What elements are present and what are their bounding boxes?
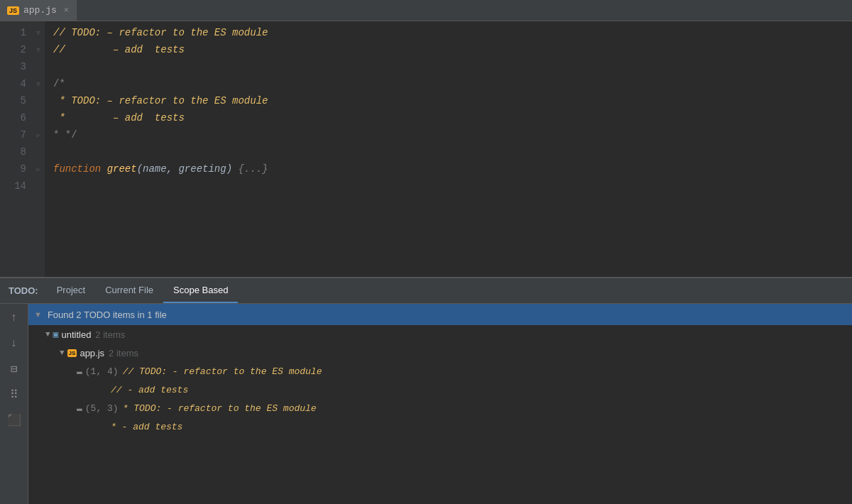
- folder-arrow: ▼: [45, 330, 50, 339]
- fold-marker-3: [34, 58, 43, 75]
- todo-item-2-line1[interactable]: ▬ (5, 3) * TODO: - refactor to the ES mo…: [28, 399, 852, 417]
- fold-marker-14: [34, 177, 43, 195]
- file-arrow: ▼: [60, 349, 65, 357]
- code-line-7: * */: [53, 126, 852, 143]
- todo-panel: TODO: Project Current File Scope Based ↑…: [0, 277, 852, 504]
- tab-filename: app.js: [23, 5, 57, 16]
- fold-gutter: [32, 21, 45, 277]
- panel-icon[interactable]: ⬛: [6, 412, 23, 429]
- found-arrow: ▼: [34, 310, 42, 319]
- fold-marker-5: [34, 92, 43, 109]
- file-js-icon: JS: [67, 349, 77, 357]
- todo-item-2-text: * TODO: - refactor to the ES module: [123, 403, 317, 414]
- fold-marker-1[interactable]: [34, 24, 43, 41]
- fold-marker-9[interactable]: [34, 160, 43, 177]
- code-lines: // TODO: – refactor to the ES module // …: [45, 21, 852, 277]
- file-count: 2 items: [109, 348, 138, 358]
- code-line-9: function greet (name, greeting) {...}: [53, 160, 852, 177]
- code-line-14: [53, 177, 852, 195]
- filter-icon[interactable]: ⊟: [6, 361, 23, 378]
- tab-bar: JS app.js ×: [0, 0, 852, 21]
- scroll-up-icon[interactable]: ↑: [6, 309, 23, 327]
- file-row[interactable]: ▼ JS app.js 2 items: [28, 344, 852, 362]
- todo-tree: ▼ Found 2 TODO items in 1 file ▼ ▣ untit…: [28, 304, 852, 504]
- folder-count: 2 items: [95, 329, 125, 340]
- tab-scope-based[interactable]: Scope Based: [163, 278, 238, 303]
- code-line-4: /*: [53, 75, 852, 92]
- fold-marker-8: [34, 143, 43, 160]
- found-items-row[interactable]: ▼ Found 2 TODO items in 1 file: [28, 304, 852, 325]
- location-2: (5, 3): [85, 403, 119, 414]
- tab-current-file[interactable]: Current File: [95, 278, 163, 303]
- tab-project[interactable]: Project: [47, 278, 95, 303]
- todo-item-1-line1[interactable]: ▬ (1, 4) // TODO: - refactor to the ES m…: [28, 362, 852, 380]
- file-name: app.js: [80, 348, 104, 358]
- todo-item-1-line2[interactable]: // - add tests: [28, 380, 852, 399]
- fold-marker-2[interactable]: [34, 41, 43, 58]
- todo-item-2-subtext: * - add tests: [111, 422, 182, 432]
- todo-tabs-bar: TODO: Project Current File Scope Based: [0, 278, 852, 304]
- code-line-3: [53, 58, 852, 75]
- tab-close-button[interactable]: ×: [64, 6, 69, 16]
- code-line-2: // – add tests: [53, 41, 852, 58]
- todo-label: TODO:: [0, 285, 47, 296]
- fold-marker-4[interactable]: [34, 75, 43, 92]
- code-line-8: [53, 143, 852, 160]
- location-1: (1, 4): [85, 366, 119, 377]
- editor-tab[interactable]: JS app.js ×: [0, 0, 77, 21]
- doc-icon-1: ▬: [77, 366, 82, 377]
- folder-name: untitled: [61, 329, 91, 340]
- fold-marker-7[interactable]: [34, 126, 43, 143]
- found-text: Found 2 TODO items in 1 file: [48, 309, 167, 320]
- line-numbers: 1 2 3 4 5 6 7 8 9 14: [0, 21, 32, 277]
- folder-row[interactable]: ▼ ▣ untitled 2 items: [28, 325, 852, 344]
- js-icon: JS: [7, 6, 19, 15]
- fold-marker-6: [34, 109, 43, 126]
- grid-icon[interactable]: ⠿: [6, 386, 23, 403]
- todo-sidebar: ↑ ↓ ⊟ ⠿ ⬛: [0, 304, 28, 504]
- code-container: 1 2 3 4 5 6 7 8 9 14 // TODO: – refactor: [0, 21, 852, 277]
- code-line-5: * TODO: – refactor to the ES module: [53, 92, 852, 109]
- code-line-1: // TODO: – refactor to the ES module: [53, 24, 852, 41]
- todo-item-1-text: // TODO: - refactor to the ES module: [123, 366, 322, 377]
- editor-area: 1 2 3 4 5 6 7 8 9 14 // TODO: – refactor: [0, 21, 852, 277]
- scroll-down-icon[interactable]: ↓: [6, 335, 23, 352]
- folder-icon: ▣: [53, 329, 59, 340]
- todo-item-2-line2[interactable]: * - add tests: [28, 417, 852, 436]
- todo-item-1-subtext: // - add tests: [111, 385, 188, 395]
- doc-icon-2: ▬: [77, 403, 82, 414]
- todo-content: ↑ ↓ ⊟ ⠿ ⬛ ▼ Found 2 TODO items in 1 file…: [0, 304, 852, 504]
- code-line-6: * – add tests: [53, 109, 852, 126]
